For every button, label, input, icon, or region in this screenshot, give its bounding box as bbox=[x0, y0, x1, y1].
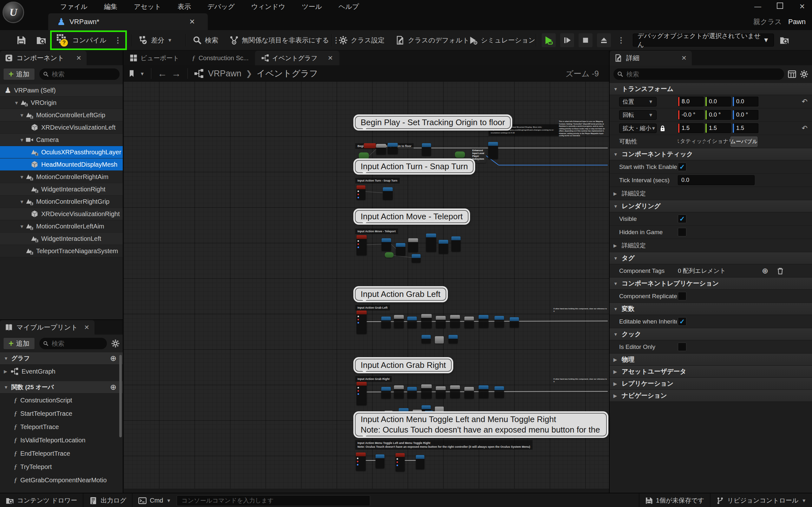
add-blueprint-item-button[interactable]: + 追加 bbox=[3, 337, 35, 349]
blueprint-node[interactable] bbox=[412, 254, 420, 263]
component-row-widgetinteractionright[interactable]: WidgetInteractionRight bbox=[0, 183, 123, 195]
mobility-static[interactable]: スタティック bbox=[678, 136, 704, 146]
unreal-logo[interactable]: U bbox=[3, 2, 24, 23]
blueprint-node[interactable] bbox=[357, 382, 367, 405]
blueprint-node[interactable] bbox=[421, 335, 431, 343]
function-row-startteleporttrace[interactable]: ƒStartTeleportTrace bbox=[0, 407, 123, 420]
blueprint-node[interactable] bbox=[394, 385, 404, 399]
blueprint-node[interactable] bbox=[376, 144, 386, 155]
chevron-down-icon[interactable]: ▼ bbox=[140, 71, 145, 76]
blueprint-node[interactable] bbox=[407, 317, 417, 328]
blueprint-node[interactable] bbox=[464, 317, 474, 328]
section-collapsed-0[interactable]: ▶物理 bbox=[610, 354, 812, 366]
comment-bubble[interactable]: Input Action Move - Teleport bbox=[355, 210, 468, 223]
location-x-field[interactable]: 8.0 bbox=[678, 97, 704, 107]
component-row-motioncontrollerleftaim[interactable]: ▼MotionControllerLeftAim bbox=[0, 220, 123, 233]
location-z-field[interactable]: 0.0 bbox=[732, 97, 758, 107]
components-search[interactable] bbox=[39, 68, 119, 80]
blueprint-node[interactable] bbox=[396, 453, 405, 471]
component-replicates-checkbox[interactable]: ✓ bbox=[678, 292, 687, 300]
asset-tab-vrpawn[interactable]: ♟ VRPawn* ✕ bbox=[48, 13, 208, 30]
visible-checkbox[interactable]: ✓ bbox=[678, 215, 687, 223]
function-row-constructionscript[interactable]: ƒConstructionScript bbox=[0, 394, 123, 407]
menu-view[interactable]: 表示 bbox=[177, 2, 191, 11]
mobility-movable[interactable]: ムーバブル bbox=[730, 136, 757, 147]
blueprint-node[interactable] bbox=[385, 252, 394, 258]
rendering-advanced-row[interactable]: ▶ 詳細設定 bbox=[610, 239, 812, 252]
close-tab-icon[interactable]: ✕ bbox=[189, 18, 195, 26]
menu-tools[interactable]: ツール bbox=[302, 2, 322, 11]
is-editor-only-checkbox[interactable]: ✓ bbox=[678, 343, 687, 351]
expand-icon[interactable]: ▼ bbox=[18, 137, 26, 143]
blueprint-node[interactable] bbox=[478, 315, 489, 328]
blueprint-node[interactable] bbox=[396, 243, 405, 256]
reset-scale-button[interactable]: ↶ bbox=[802, 124, 808, 132]
console-command-input[interactable] bbox=[181, 497, 366, 504]
rotation-x-field[interactable]: -0.0 ° bbox=[678, 110, 704, 120]
find-button[interactable]: 検索 bbox=[193, 30, 218, 50]
my-blueprint-search[interactable] bbox=[39, 338, 107, 349]
component-row-headmounteddisplaymesh[interactable]: HeadMountedDisplayMesh bbox=[0, 158, 123, 171]
add-tag-icon[interactable]: ⊕ bbox=[762, 267, 768, 275]
function-row-isvalidteleportlocation[interactable]: ƒIsValidTeleportLocation bbox=[0, 434, 123, 447]
blueprint-node[interactable] bbox=[382, 238, 391, 251]
section-cook[interactable]: ▼ クック bbox=[610, 328, 812, 340]
hidden-in-game-checkbox[interactable]: ✓ bbox=[678, 228, 687, 236]
mobility-stationary[interactable]: ステイショナリー bbox=[704, 136, 730, 146]
blueprint-node[interactable] bbox=[488, 142, 498, 159]
console-command-input-wrap[interactable] bbox=[177, 495, 370, 506]
diff-button[interactable]: 差分 ▼ bbox=[139, 30, 172, 50]
blueprint-node[interactable] bbox=[383, 187, 393, 200]
expand-icon[interactable]: ▼ bbox=[18, 174, 26, 180]
comment-bubble[interactable]: Input Action Grab Left bbox=[355, 288, 446, 301]
editable-when-inherited-checkbox[interactable]: ✓ bbox=[678, 317, 687, 326]
debug-browse-button[interactable] bbox=[780, 30, 789, 50]
components-search-input[interactable] bbox=[51, 70, 116, 78]
blueprint-node[interactable] bbox=[407, 387, 417, 399]
back-button[interactable]: ← bbox=[158, 68, 167, 79]
component-row-motioncontrollerleftgrip[interactable]: ▼MotionControllerLeftGrip bbox=[0, 109, 123, 121]
forward-button[interactable]: → bbox=[171, 68, 181, 79]
menu-help[interactable]: ヘルプ bbox=[339, 2, 359, 11]
rotation-y-field[interactable]: 0.0 ° bbox=[705, 110, 731, 120]
add-graph-icon[interactable]: ⊕ bbox=[110, 354, 116, 363]
section-collapsed-2[interactable]: ▶レプリケーション bbox=[610, 378, 812, 390]
scale-y-field[interactable]: 1.5 bbox=[705, 123, 731, 133]
component-row-vrpawn-self-[interactable]: ♟VRPawn (Self) bbox=[0, 84, 123, 97]
close-button[interactable]: ✕ bbox=[798, 3, 806, 11]
comment-bubble[interactable]: Input Action Turn - Snap Turn bbox=[355, 160, 473, 173]
component-row-xrdevicevisualizationright[interactable]: XRDeviceVisualizationRight bbox=[0, 208, 123, 220]
event-graph-item[interactable]: ▶ EventGraph bbox=[0, 365, 123, 378]
location-y-field[interactable]: 0.0 bbox=[705, 97, 731, 107]
debug-object-dropdown[interactable]: デバッグオブジェクトが選択されていません ▼ bbox=[633, 34, 774, 47]
blueprint-node[interactable] bbox=[495, 316, 504, 328]
display-filter-icon[interactable] bbox=[788, 70, 796, 78]
component-row-oculusxrpassthroughlayer[interactable]: OculusXRPassthroughLayer bbox=[0, 146, 123, 158]
section-transform[interactable]: ▼ トランスフォーム bbox=[610, 83, 812, 95]
close-icon[interactable]: ✕ bbox=[328, 54, 333, 62]
blueprint-node[interactable] bbox=[421, 384, 432, 399]
blueprint-node[interactable] bbox=[408, 238, 418, 252]
blueprint-node[interactable] bbox=[422, 143, 431, 156]
function-row-tryteleport[interactable]: ƒTryTeleport bbox=[0, 460, 123, 473]
function-row-getgrabcomponentnearmotio[interactable]: ƒGetGrabComponentNearMotio bbox=[0, 473, 123, 487]
lock-icon[interactable] bbox=[659, 125, 666, 132]
menu-window[interactable]: ウィンドウ bbox=[251, 2, 285, 11]
menu-debug[interactable]: デバッグ bbox=[207, 2, 235, 11]
save-button[interactable] bbox=[16, 30, 26, 50]
class-settings-button[interactable]: クラス設定 bbox=[339, 30, 385, 50]
blueprint-node[interactable] bbox=[449, 335, 458, 343]
blueprint-node[interactable] bbox=[439, 240, 448, 254]
blueprint-node[interactable] bbox=[381, 387, 391, 399]
blueprint-node[interactable] bbox=[356, 452, 366, 471]
section-component-tick[interactable]: ▼ コンポーネントティック bbox=[610, 148, 812, 160]
blueprint-node[interactable]: Enhanced Input Local Player Subsystem bbox=[471, 148, 486, 163]
component-row-motioncontrollerrightaim[interactable]: ▼MotionControllerRightAim bbox=[0, 171, 123, 183]
bookmark-icon[interactable] bbox=[128, 70, 136, 77]
close-icon[interactable]: ✕ bbox=[84, 324, 90, 331]
component-row-camera[interactable]: ▼Camera bbox=[0, 134, 123, 146]
menu-edit[interactable]: 編集 bbox=[104, 2, 117, 11]
close-icon[interactable]: ✕ bbox=[76, 54, 82, 62]
tick-interval-field[interactable]: 0.0 bbox=[678, 175, 755, 185]
unsaved-status[interactable]: 1個が未保存です bbox=[640, 493, 710, 507]
